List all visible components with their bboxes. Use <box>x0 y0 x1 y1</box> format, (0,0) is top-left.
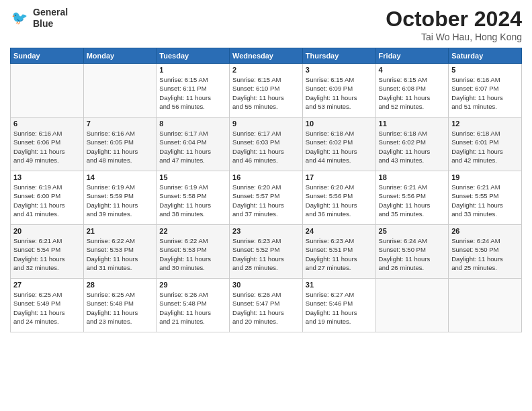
col-friday: Friday <box>375 48 449 64</box>
calendar-cell: 14Sunrise: 6:19 AM Sunset: 5:59 PM Dayli… <box>83 171 157 225</box>
day-info: Sunrise: 6:25 AM Sunset: 5:48 PM Dayligh… <box>87 290 154 326</box>
day-info: Sunrise: 6:16 AM Sunset: 6:05 PM Dayligh… <box>87 129 154 165</box>
day-number: 12 <box>451 120 519 128</box>
day-info: Sunrise: 6:20 AM Sunset: 5:56 PM Dayligh… <box>306 183 373 218</box>
calendar-cell: 17Sunrise: 6:20 AM Sunset: 5:56 PM Dayli… <box>302 171 375 225</box>
day-info: Sunrise: 6:24 AM Sunset: 5:50 PM Dayligh… <box>451 236 519 272</box>
title-area: October 2024 Tai Wo Hau, Hong Kong <box>386 7 522 42</box>
header-row: Sunday Monday Tuesday Wednesday Thursday… <box>11 48 522 64</box>
logo-icon: 🐦 <box>10 8 30 28</box>
col-thursday: Thursday <box>302 48 375 64</box>
day-info: Sunrise: 6:26 AM Sunset: 5:47 PM Dayligh… <box>232 290 300 326</box>
col-sunday: Sunday <box>11 48 84 64</box>
day-number: 1 <box>159 66 226 74</box>
day-number: 25 <box>379 227 446 235</box>
calendar-cell: 7Sunrise: 6:16 AM Sunset: 6:05 PM Daylig… <box>83 118 157 171</box>
day-info: Sunrise: 6:27 AM Sunset: 5:46 PM Dayligh… <box>306 290 373 326</box>
day-info: Sunrise: 6:17 AM Sunset: 6:03 PM Dayligh… <box>232 129 300 165</box>
day-info: Sunrise: 6:15 AM Sunset: 6:10 PM Dayligh… <box>232 75 300 111</box>
day-number: 21 <box>87 227 154 235</box>
day-number: 6 <box>13 120 81 128</box>
day-number: 31 <box>306 281 373 289</box>
day-number: 8 <box>159 120 226 128</box>
col-saturday: Saturday <box>449 48 522 64</box>
day-number: 11 <box>379 120 446 128</box>
calendar-cell: 30Sunrise: 6:26 AM Sunset: 5:47 PM Dayli… <box>230 279 303 332</box>
calendar-cell: 8Sunrise: 6:17 AM Sunset: 6:04 PM Daylig… <box>157 118 230 171</box>
calendar-cell: 27Sunrise: 6:25 AM Sunset: 5:49 PM Dayli… <box>11 279 84 332</box>
calendar-cell: 21Sunrise: 6:22 AM Sunset: 5:53 PM Dayli… <box>83 225 157 279</box>
calendar-cell: 25Sunrise: 6:24 AM Sunset: 5:50 PM Dayli… <box>375 225 449 279</box>
calendar-cell: 5Sunrise: 6:16 AM Sunset: 6:07 PM Daylig… <box>449 64 522 118</box>
calendar-week-0: 1Sunrise: 6:15 AM Sunset: 6:11 PM Daylig… <box>11 64 522 118</box>
day-info: Sunrise: 6:24 AM Sunset: 5:50 PM Dayligh… <box>379 236 446 272</box>
day-info: Sunrise: 6:26 AM Sunset: 5:48 PM Dayligh… <box>159 290 226 326</box>
day-number: 24 <box>306 227 373 235</box>
calendar-cell: 28Sunrise: 6:25 AM Sunset: 5:48 PM Dayli… <box>83 279 157 332</box>
location: Tai Wo Hau, Hong Kong <box>386 32 522 42</box>
calendar-cell: 6Sunrise: 6:16 AM Sunset: 6:06 PM Daylig… <box>11 118 84 171</box>
day-number: 15 <box>159 173 226 181</box>
col-tuesday: Tuesday <box>157 48 230 64</box>
col-wednesday: Wednesday <box>230 48 303 64</box>
calendar-cell <box>11 64 84 118</box>
calendar-cell: 9Sunrise: 6:17 AM Sunset: 6:03 PM Daylig… <box>230 118 303 171</box>
day-info: Sunrise: 6:17 AM Sunset: 6:04 PM Dayligh… <box>159 129 226 165</box>
calendar-cell: 1Sunrise: 6:15 AM Sunset: 6:11 PM Daylig… <box>157 64 230 118</box>
calendar-cell: 20Sunrise: 6:21 AM Sunset: 5:54 PM Dayli… <box>11 225 84 279</box>
day-number: 27 <box>13 281 81 289</box>
calendar-cell: 19Sunrise: 6:21 AM Sunset: 5:55 PM Dayli… <box>449 171 522 225</box>
month-title: October 2024 <box>386 7 522 32</box>
day-info: Sunrise: 6:23 AM Sunset: 5:51 PM Dayligh… <box>306 236 373 272</box>
calendar-cell: 2Sunrise: 6:15 AM Sunset: 6:10 PM Daylig… <box>230 64 303 118</box>
logo: 🐦 General Blue <box>10 7 68 30</box>
calendar-cell: 3Sunrise: 6:15 AM Sunset: 6:09 PM Daylig… <box>302 64 375 118</box>
day-number: 30 <box>232 281 300 289</box>
day-number: 17 <box>306 173 373 181</box>
calendar-cell: 15Sunrise: 6:19 AM Sunset: 5:58 PM Dayli… <box>157 171 230 225</box>
calendar-table: Sunday Monday Tuesday Wednesday Thursday… <box>10 48 522 332</box>
day-number: 28 <box>87 281 154 289</box>
day-info: Sunrise: 6:19 AM Sunset: 5:58 PM Dayligh… <box>159 183 226 218</box>
calendar-cell: 29Sunrise: 6:26 AM Sunset: 5:48 PM Dayli… <box>157 279 230 332</box>
day-number: 26 <box>451 227 519 235</box>
day-number: 9 <box>232 120 300 128</box>
day-info: Sunrise: 6:21 AM Sunset: 5:55 PM Dayligh… <box>451 183 519 218</box>
calendar-cell: 26Sunrise: 6:24 AM Sunset: 5:50 PM Dayli… <box>449 225 522 279</box>
day-info: Sunrise: 6:21 AM Sunset: 5:54 PM Dayligh… <box>13 236 81 272</box>
day-number: 13 <box>13 173 81 181</box>
calendar-week-1: 6Sunrise: 6:16 AM Sunset: 6:06 PM Daylig… <box>11 118 522 171</box>
calendar-week-2: 13Sunrise: 6:19 AM Sunset: 6:00 PM Dayli… <box>11 171 522 225</box>
day-number: 22 <box>159 227 226 235</box>
day-info: Sunrise: 6:15 AM Sunset: 6:08 PM Dayligh… <box>379 75 446 111</box>
day-number: 2 <box>232 66 300 74</box>
col-monday: Monday <box>83 48 157 64</box>
day-info: Sunrise: 6:18 AM Sunset: 6:02 PM Dayligh… <box>379 129 446 165</box>
day-info: Sunrise: 6:19 AM Sunset: 5:59 PM Dayligh… <box>87 183 154 218</box>
calendar-week-4: 27Sunrise: 6:25 AM Sunset: 5:49 PM Dayli… <box>11 279 522 332</box>
day-number: 20 <box>13 227 81 235</box>
day-info: Sunrise: 6:15 AM Sunset: 6:11 PM Dayligh… <box>159 75 226 111</box>
header: 🐦 General Blue October 2024 Tai Wo Hau, … <box>10 7 522 42</box>
calendar-cell: 23Sunrise: 6:23 AM Sunset: 5:52 PM Dayli… <box>230 225 303 279</box>
day-info: Sunrise: 6:19 AM Sunset: 6:00 PM Dayligh… <box>13 183 81 218</box>
calendar-cell: 13Sunrise: 6:19 AM Sunset: 6:00 PM Dayli… <box>11 171 84 225</box>
day-info: Sunrise: 6:23 AM Sunset: 5:52 PM Dayligh… <box>232 236 300 272</box>
calendar-cell: 18Sunrise: 6:21 AM Sunset: 5:56 PM Dayli… <box>375 171 449 225</box>
calendar-cell <box>375 279 449 332</box>
calendar-cell: 10Sunrise: 6:18 AM Sunset: 6:02 PM Dayli… <box>302 118 375 171</box>
day-info: Sunrise: 6:16 AM Sunset: 6:07 PM Dayligh… <box>451 75 519 111</box>
day-number: 29 <box>159 281 226 289</box>
day-info: Sunrise: 6:22 AM Sunset: 5:53 PM Dayligh… <box>87 236 154 272</box>
calendar-cell: 11Sunrise: 6:18 AM Sunset: 6:02 PM Dayli… <box>375 118 449 171</box>
day-info: Sunrise: 6:16 AM Sunset: 6:06 PM Dayligh… <box>13 129 81 165</box>
calendar-cell: 24Sunrise: 6:23 AM Sunset: 5:51 PM Dayli… <box>302 225 375 279</box>
day-number: 4 <box>379 66 446 74</box>
day-number: 23 <box>232 227 300 235</box>
day-info: Sunrise: 6:25 AM Sunset: 5:49 PM Dayligh… <box>13 290 81 326</box>
day-number: 3 <box>306 66 373 74</box>
calendar-cell: 4Sunrise: 6:15 AM Sunset: 6:08 PM Daylig… <box>375 64 449 118</box>
day-info: Sunrise: 6:18 AM Sunset: 6:01 PM Dayligh… <box>451 129 519 165</box>
day-number: 16 <box>232 173 300 181</box>
day-number: 5 <box>451 66 519 74</box>
